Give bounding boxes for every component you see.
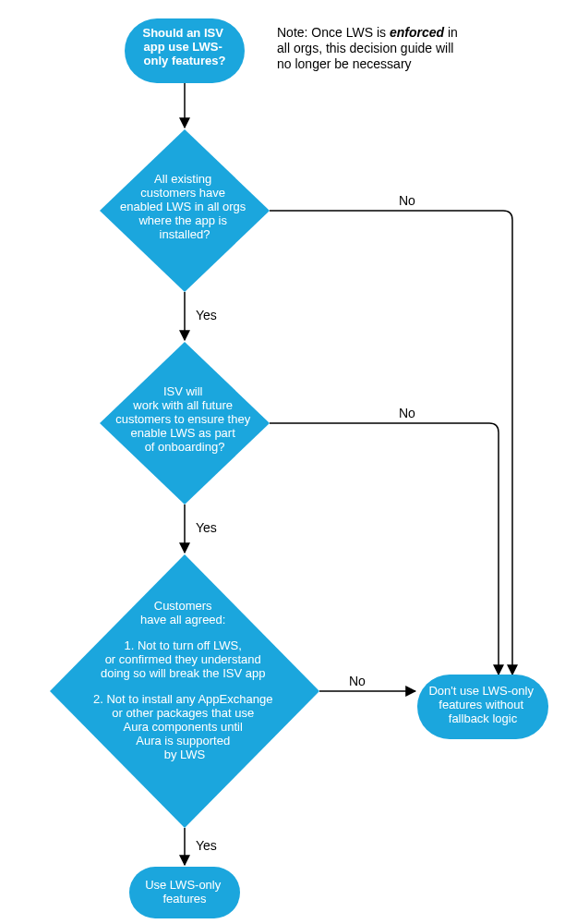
decision-3: Customers have all agreed: 1. Not to tur… bbox=[50, 554, 319, 828]
label-d2-yes: Yes bbox=[196, 520, 217, 535]
edge-d1-no bbox=[270, 211, 512, 675]
start-node: Should an ISV app use LWS- only features… bbox=[125, 18, 245, 83]
note-text: Note: Once LWS is enforced in all orgs, … bbox=[277, 25, 462, 71]
svg-text:Should an ISV
      app use LW: Should an ISV app use LWS- only features… bbox=[142, 26, 226, 67]
label-d3-no: No bbox=[349, 674, 366, 688]
result-yes-node: Use LWS-only features bbox=[129, 867, 240, 918]
svg-text:Note: Once LWS is enforced in
: Note: Once LWS is enforced in all orgs, … bbox=[277, 25, 462, 71]
decision-1: All existing customers have enabled LWS … bbox=[100, 129, 270, 292]
flowchart: Should an ISV app use LWS- only features… bbox=[0, 0, 565, 924]
label-d2-no: No bbox=[399, 406, 415, 420]
label-d1-yes: Yes bbox=[196, 308, 217, 322]
result-no-node: Don't use LWS-only features without fall… bbox=[417, 675, 548, 739]
edge-d2-no bbox=[270, 423, 499, 675]
note-emph: enforced bbox=[390, 25, 445, 40]
label-d1-no: No bbox=[399, 193, 415, 208]
decision-2: ISV will work with all future customers … bbox=[100, 342, 270, 505]
label-d3-yes: Yes bbox=[196, 838, 217, 853]
